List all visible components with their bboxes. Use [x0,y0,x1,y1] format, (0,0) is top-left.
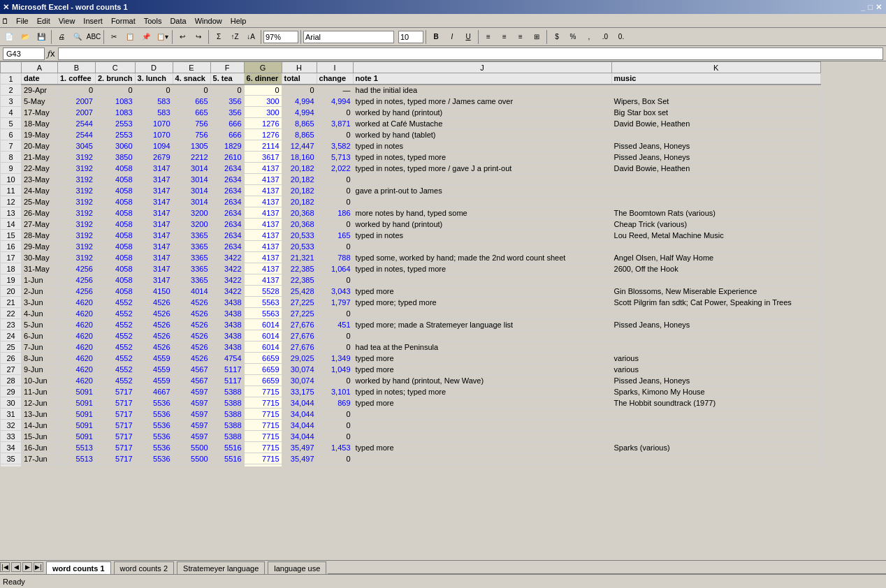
cell-r32-c5[interactable]: 5388 [210,420,244,431]
cell-r13-c8[interactable]: 186 [317,207,353,219]
cell-r12-c9[interactable] [353,196,611,207]
menu-data[interactable]: Data [166,15,190,27]
cell-r9-c5[interactable]: 2634 [210,163,244,174]
cell-r5-c3[interactable]: 1070 [135,118,173,129]
cell-r29-c2[interactable]: 5717 [96,386,136,397]
col-header-K[interactable]: K [611,62,820,73]
cell-r34-c6[interactable]: 7715 [244,442,282,453]
cell-r18-c8[interactable]: 1,064 [317,263,353,274]
cell-r4-c6[interactable]: 300 [244,107,282,118]
cell-r20-c3[interactable]: 4150 [135,286,173,297]
cell-r35-c9[interactable] [353,453,611,464]
cell-r21-c9[interactable]: typed more; typed more [353,297,611,308]
cell-r16-c5[interactable]: 2634 [210,241,244,252]
cell-r13-c3[interactable]: 3147 [135,207,173,219]
italic-btn[interactable]: I [444,29,460,45]
cell-r24-c1[interactable]: 4620 [58,330,96,341]
cell-r26-c4[interactable]: 4526 [173,353,210,364]
cell-r30-c8[interactable]: 869 [317,397,353,409]
align-left-btn[interactable]: ≡ [481,29,496,45]
cell-r29-c6[interactable]: 7715 [244,386,282,397]
cell-r25-c0[interactable]: 7-Jun [22,341,58,353]
cell-r36-c0[interactable]: 18-Jun [22,464,58,467]
cell-r10-c0[interactable]: 23-May [22,174,58,185]
cell-r18-c4[interactable]: 3365 [173,263,210,274]
cell-r17-c8[interactable]: 788 [317,252,353,263]
tab-last-btn[interactable]: ▶| [34,562,43,572]
header-cell-9[interactable]: note 1 [353,73,611,84]
cell-r20-c5[interactable]: 3422 [210,286,244,297]
cell-r25-c1[interactable]: 4620 [58,341,96,353]
cell-r4-c1[interactable]: 2007 [58,107,96,118]
cell-r7-c9[interactable]: typed in notes [353,140,611,152]
cell-r10-c2[interactable]: 4058 [96,174,136,185]
cell-r32-c3[interactable]: 5536 [135,420,173,431]
cell-r34-c5[interactable]: 5516 [210,442,244,453]
header-cell-7[interactable]: total [282,73,317,84]
cell-r33-c10[interactable] [611,431,820,442]
min-btn[interactable]: _ [861,3,865,11]
cell-r19-c2[interactable]: 4058 [96,274,136,286]
menu-edit[interactable]: Edit [33,15,55,27]
cell-r35-c1[interactable]: 5513 [58,453,96,464]
header-cell-5[interactable]: 5. tea [210,73,244,84]
cell-r3-c3[interactable]: 583 [135,96,173,107]
cell-r8-c1[interactable]: 3192 [58,152,96,163]
cell-r22-c6[interactable]: 5563 [244,308,282,319]
undo-btn[interactable]: ↩ [175,29,190,45]
cell-r3-c6[interactable]: 300 [244,96,282,107]
cell-r15-c0[interactable]: 28-May [22,230,58,241]
cell-r13-c4[interactable]: 3200 [173,207,210,219]
cell-r10-c1[interactable]: 3192 [58,174,96,185]
cell-r36-c6[interactable]: 7731 [244,464,282,467]
cell-r33-c4[interactable]: 4597 [173,431,210,442]
cell-r22-c7[interactable]: 27,225 [282,308,317,319]
cell-r17-c3[interactable]: 3147 [135,252,173,263]
font-name-box[interactable]: Arial [303,31,394,43]
cell-r19-c10[interactable] [611,274,820,286]
cell-r28-c8[interactable]: 0 [317,375,353,386]
cell-r14-c5[interactable]: 2634 [210,219,244,230]
cell-r2-c5[interactable]: 0 [210,84,244,96]
cell-r7-c0[interactable]: 20-May [22,140,58,152]
comma-btn[interactable]: , [581,29,597,45]
cell-r2-c7[interactable]: 0 [282,84,317,96]
cell-r11-c0[interactable]: 24-May [22,185,58,196]
cell-r29-c10[interactable]: Sparks, Kimono My House [611,386,820,397]
cell-r25-c2[interactable]: 4552 [96,341,136,353]
cell-r10-c4[interactable]: 3014 [173,174,210,185]
cell-r22-c1[interactable]: 4620 [58,308,96,319]
cell-r19-c9[interactable] [353,274,611,286]
cell-r19-c4[interactable]: 3365 [173,274,210,286]
paste-btn[interactable]: 📌 [138,29,154,45]
cell-r22-c0[interactable]: 4-Jun [22,308,58,319]
cell-r18-c7[interactable]: 22,385 [282,263,317,274]
cell-r22-c5[interactable]: 3438 [210,308,244,319]
cell-r19-c6[interactable]: 4137 [244,274,282,286]
cell-r29-c3[interactable]: 4667 [135,386,173,397]
cell-r16-c2[interactable]: 4058 [96,241,136,252]
cell-r28-c10[interactable]: Pissed Jeans, Honeys [611,375,820,386]
cell-r12-c0[interactable]: 25-May [22,196,58,207]
cell-r27-c5[interactable]: 5117 [210,364,244,375]
cell-r28-c3[interactable]: 4559 [135,375,173,386]
cell-r21-c3[interactable]: 4526 [135,297,173,308]
cell-r27-c3[interactable]: 4559 [135,364,173,375]
cell-r8-c9[interactable]: typed in notes, typed more [353,152,611,163]
cell-r11-c2[interactable]: 4058 [96,185,136,196]
cell-r7-c3[interactable]: 1094 [135,140,173,152]
align-center-btn[interactable]: ≡ [497,29,512,45]
cell-r5-c0[interactable]: 18-May [22,118,58,129]
cell-r27-c4[interactable]: 4567 [173,364,210,375]
cell-r20-c4[interactable]: 4014 [173,286,210,297]
cell-r7-c2[interactable]: 3060 [96,140,136,152]
redo-btn[interactable]: ↪ [191,29,206,45]
cell-r18-c2[interactable]: 4058 [96,263,136,274]
cell-r25-c3[interactable]: 4526 [135,341,173,353]
cell-r21-c10[interactable]: Scott Pilgrim fan sdtk; Cat Power, Speak… [611,297,820,308]
cell-r12-c7[interactable]: 20,182 [282,196,317,207]
header-cell-2[interactable]: 2. brunch [96,73,136,84]
cell-r35-c5[interactable]: 5516 [210,453,244,464]
cell-r22-c10[interactable] [611,308,820,319]
cell-r31-c5[interactable]: 5388 [210,409,244,420]
